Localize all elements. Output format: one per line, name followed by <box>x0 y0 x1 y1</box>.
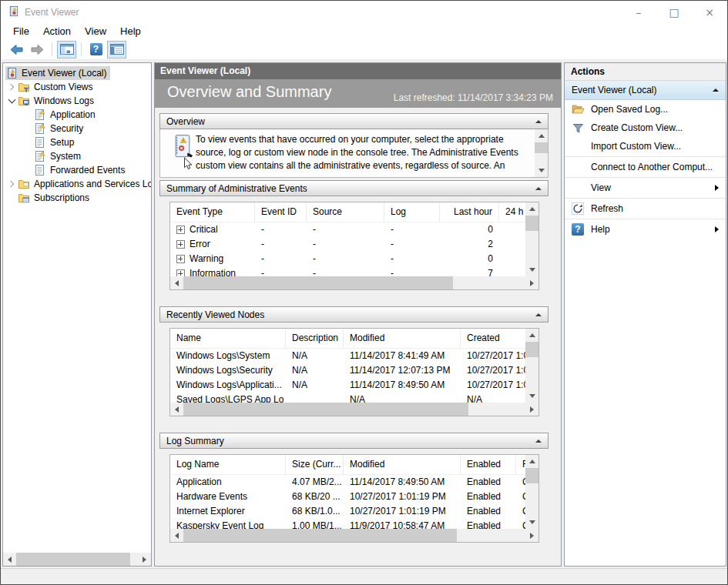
scrollbar-thumb[interactable] <box>183 403 468 416</box>
tree-item-application[interactable]: Application <box>3 108 151 122</box>
menu-file[interactable]: File <box>6 25 36 37</box>
scroll-up-button[interactable] <box>535 129 548 142</box>
column-header-source[interactable]: Source <box>307 202 384 222</box>
scroll-right-button[interactable] <box>525 529 538 542</box>
collapse-icon[interactable] <box>713 89 719 92</box>
minimize-button[interactable]: – <box>621 1 656 23</box>
scroll-down-button[interactable] <box>525 263 538 276</box>
scroll-left-button[interactable] <box>170 529 183 542</box>
chevron-collapsed-icon[interactable] <box>5 81 18 93</box>
table-row[interactable]: Warning - - - 0 <box>170 252 525 266</box>
scroll-left-button[interactable] <box>3 553 16 566</box>
log-summary-section-header[interactable]: Log Summary <box>159 433 549 449</box>
column-header-last-hour[interactable]: Last hour <box>440 202 499 222</box>
maximize-button[interactable]: □ <box>656 1 692 23</box>
scroll-down-button[interactable] <box>525 516 538 529</box>
tree-item-custom-views[interactable]: Custom Views <box>3 80 151 94</box>
admin-events-section-header[interactable]: Summary of Administrative Events <box>159 180 549 196</box>
table-row[interactable]: Internet Explorer 68 KB/1.0... 10/27/201… <box>170 504 525 519</box>
column-header-size[interactable]: Size (Curr... <box>286 455 344 474</box>
column-header-24h[interactable]: 24 h <box>499 202 525 222</box>
horizontal-scrollbar[interactable] <box>170 276 538 289</box>
scroll-left-button[interactable] <box>170 276 183 289</box>
column-header-modified[interactable]: Modified <box>344 455 461 474</box>
vertical-scrollbar[interactable] <box>525 455 538 529</box>
column-header-name[interactable]: Name <box>170 329 286 348</box>
menu-action[interactable]: Action <box>36 25 78 37</box>
action-connect-another-computer[interactable]: Connect to Another Comput... <box>565 158 726 176</box>
scroll-right-button[interactable] <box>525 403 538 416</box>
table-row[interactable]: Error - - - 2 <box>170 237 525 252</box>
column-header-enabled[interactable]: Enabled <box>461 455 516 474</box>
table-row[interactable]: Hardware Events 68 KB/20 ... 10/27/2017 … <box>170 490 525 504</box>
tree-item-forwarded-events[interactable]: Forwarded Events <box>3 163 151 177</box>
tree-item-security[interactable]: Security <box>3 122 151 135</box>
menu-view[interactable]: View <box>78 25 113 37</box>
column-header-modified[interactable]: Modified <box>344 329 461 348</box>
tree-item-applications-services[interactable]: Applications and Services Lo <box>3 177 151 191</box>
horizontal-scrollbar[interactable] <box>170 403 538 416</box>
table-row[interactable]: Information - - - 7 <box>170 266 525 276</box>
table-row[interactable]: Windows Logs\Security N/A 11/14/2017 12:… <box>170 363 525 378</box>
table-row[interactable]: Kaspersky Event Log 1.00 MB/1... 11/9/20… <box>170 519 525 529</box>
scroll-right-button[interactable] <box>138 553 151 566</box>
chevron-expanded-icon[interactable] <box>5 95 18 107</box>
recent-nodes-section-header[interactable]: Recently Viewed Nodes <box>159 306 549 323</box>
overview-scrollbar[interactable] <box>535 129 548 177</box>
show-console-tree-button[interactable] <box>57 41 76 58</box>
scrollbar-thumb[interactable] <box>16 553 130 566</box>
tree-item-event-viewer-local[interactable]: Event Viewer (Local) <box>3 66 151 80</box>
scrollbar-thumb[interactable] <box>183 529 457 542</box>
scroll-left-button[interactable] <box>170 403 183 416</box>
collapse-icon[interactable] <box>535 187 542 190</box>
scroll-down-button[interactable] <box>525 389 538 403</box>
action-create-custom-view[interactable]: Create Custom View... <box>565 119 726 137</box>
column-header-event-id[interactable]: Event ID <box>255 202 307 222</box>
overview-section-header[interactable]: Overview <box>159 113 549 129</box>
expand-icon[interactable] <box>176 269 185 276</box>
column-header-log[interactable]: Log <box>384 202 440 222</box>
column-header-log-name[interactable]: Log Name <box>170 455 286 474</box>
column-header-description[interactable]: Description <box>286 329 344 348</box>
expand-icon[interactable] <box>176 255 185 263</box>
scrollbar-thumb[interactable] <box>525 468 538 483</box>
action-view-menu[interactable]: View <box>565 179 726 197</box>
vertical-scrollbar[interactable] <box>525 329 538 403</box>
tree-item-system[interactable]: System <box>3 149 151 163</box>
table-row[interactable]: Saved Logs\LGPS App Lo N/A N/A <box>170 393 525 403</box>
menu-help[interactable]: Help <box>113 25 148 37</box>
collapse-icon[interactable] <box>535 313 542 316</box>
table-row[interactable]: Application 4.07 MB/2... 11/14/2017 8:49… <box>170 475 525 490</box>
scrollbar-thumb[interactable] <box>183 276 453 289</box>
scroll-up-button[interactable] <box>525 455 538 468</box>
scrollbar-thumb[interactable] <box>525 216 538 231</box>
column-header-retention[interactable]: R <box>516 455 525 474</box>
tree-item-setup[interactable]: Setup <box>3 135 151 149</box>
horizontal-scrollbar[interactable] <box>170 529 538 542</box>
column-header-created[interactable]: Created <box>461 329 525 348</box>
table-row[interactable]: Windows Logs\System N/A 11/14/2017 8:41:… <box>170 349 525 363</box>
tree-item-subscriptions[interactable]: Subscriptions <box>3 191 151 205</box>
scroll-right-button[interactable] <box>525 276 538 289</box>
scroll-up-button[interactable] <box>525 202 538 216</box>
expand-icon[interactable] <box>176 226 185 234</box>
collapse-icon[interactable] <box>535 440 542 443</box>
chevron-collapsed-icon[interactable] <box>5 178 18 190</box>
actions-group-header[interactable]: Event Viewer (Local) <box>565 81 726 100</box>
scroll-up-button[interactable] <box>525 329 538 342</box>
action-open-saved-log[interactable]: Open Saved Log... <box>565 100 726 119</box>
help-button[interactable] <box>86 41 106 58</box>
expand-icon[interactable] <box>176 240 185 249</box>
action-refresh[interactable]: Refresh <box>565 199 726 218</box>
table-row[interactable]: Windows Logs\Applicati... N/A 11/14/2017… <box>170 378 525 393</box>
back-button[interactable] <box>7 41 26 58</box>
close-button[interactable]: × <box>692 1 727 23</box>
column-header-event-type[interactable]: Event Type <box>170 202 255 222</box>
action-help-menu[interactable]: Help <box>565 220 726 239</box>
action-import-custom-view[interactable]: Import Custom View... <box>565 137 726 155</box>
vertical-scrollbar[interactable] <box>525 202 538 276</box>
scrollbar-thumb[interactable] <box>535 142 548 153</box>
forward-button[interactable] <box>28 41 47 58</box>
tree-item-windows-logs[interactable]: Windows Logs <box>3 94 151 108</box>
tree-horizontal-scrollbar[interactable] <box>3 553 151 566</box>
